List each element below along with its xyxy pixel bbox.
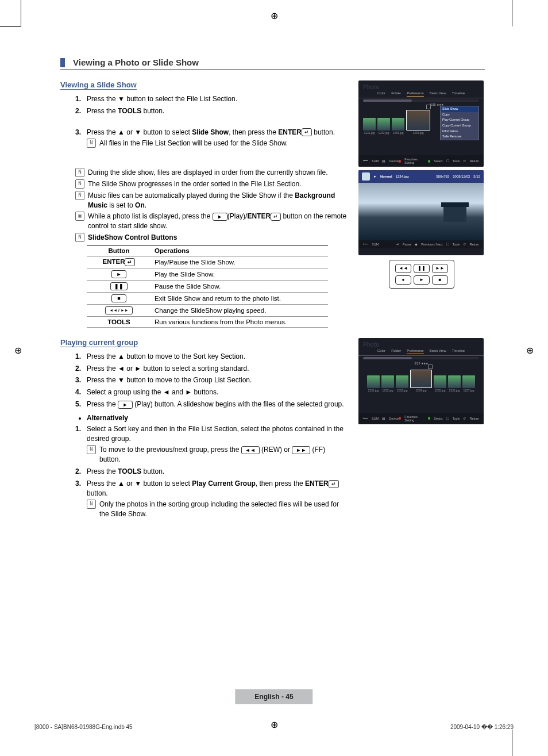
step-1: Press the ▲ button to move to the Sort k…	[87, 352, 347, 362]
slideshow-controls-table: Button Operations ENTER↵ Play/Pause the …	[87, 245, 328, 328]
alternatively-label: Alternatively	[87, 414, 347, 422]
status-label: Normal	[380, 175, 392, 178]
ss-tab: Color	[377, 91, 385, 97]
note-icon: N	[75, 179, 84, 189]
note-icon: N	[87, 500, 96, 509]
ss-title: Photo	[363, 84, 379, 90]
table-row: TOOLS Run various functions from the Pho…	[87, 316, 328, 327]
screenshot-photo-menu: Photo Color Folder Preference Basic View…	[358, 80, 484, 167]
step-2: Press the ◄ or ► button to select a sort…	[87, 364, 347, 374]
play-icon: ►	[111, 270, 126, 278]
stop-button-icon: ■	[432, 275, 448, 285]
table-row: ENTER↵ Play/Pause the Slide Show.	[87, 256, 328, 268]
step-3: Press the ▲ or ▼ button to select Slide …	[87, 128, 347, 149]
note-line: N During the slide show, files are displ…	[75, 168, 347, 178]
page-number: English - 45	[235, 689, 312, 704]
ss-tab: Timeline	[452, 91, 465, 97]
ss-tab: Color	[377, 349, 385, 354]
print-registration-icon: ⊕	[14, 345, 22, 356]
note-line: N Music files can be automatically playe…	[75, 191, 347, 210]
table-row: ■ Exit Slide Show and return to the phot…	[87, 292, 328, 304]
ff-icon: ►►	[292, 446, 310, 454]
rew-ff-icon: ◄◄ / ►►	[105, 306, 133, 314]
crop-mark	[0, 26, 21, 27]
rew-icon: ◄◄	[241, 446, 260, 454]
note-icon: N	[75, 233, 84, 242]
doc-footer-left: [8000 - SA]BN68-01988G-Eng.indb 45	[34, 724, 133, 730]
ss-tab: Basic View	[430, 349, 446, 354]
enter-icon: ↵	[302, 128, 312, 136]
note-icon: N	[87, 445, 96, 454]
step-3: Press the ▼ button to move to the Group …	[87, 375, 347, 385]
step-5: Press the ► (Play) button. A slideshow b…	[87, 400, 347, 409]
alt-step-2: Press the TOOLS button.	[87, 467, 347, 477]
alt-step-3: Press the ▲ or ▼ button to select Play C…	[87, 479, 347, 519]
rec-button-icon: ●	[395, 275, 411, 285]
section-header: Viewing a Photo or Slide Show	[60, 57, 485, 70]
pause-icon: ❚❚	[110, 282, 128, 290]
subsection-title: Viewing a Slide Show	[60, 80, 137, 90]
screenshot-group-view: Photo Color Folder Preference Basic View…	[358, 338, 484, 424]
table-header-operations: Operations	[151, 245, 328, 256]
print-registration-icon: ⊕	[526, 345, 534, 356]
step-1: Press the ▼ button to select the File Li…	[87, 94, 347, 104]
crop-mark	[21, 0, 21, 26]
play-icon: ►	[118, 401, 133, 409]
note-icon: N	[87, 139, 96, 148]
note-icon: N	[75, 168, 84, 177]
crop-mark	[512, 730, 512, 756]
stop-icon: ■	[111, 294, 126, 302]
page-title: Viewing a Photo or Slide Show	[73, 57, 199, 67]
ss-title: Photo	[363, 341, 379, 348]
rew-button-icon: ◄◄	[395, 264, 411, 273]
ss-tab: Timeline	[452, 349, 465, 354]
remote-icon: ▣	[75, 212, 84, 221]
doc-footer-right: 2009-04-10 �� 1:26:29	[450, 724, 514, 730]
play-button-icon: ►	[414, 275, 430, 285]
step-4: Select a group using the ◄ and ► buttons…	[87, 387, 347, 397]
ss-tab: Folder	[391, 91, 401, 97]
screenshot-slideshow-playing: ► Normal 1234.jpg 580x765 2008/12/02 5/1…	[358, 170, 484, 255]
context-menu: Slide Show Copy Play Current Group Copy …	[440, 106, 479, 140]
remote-diagram: ◄◄ ❚❚ ►► ● ► ■	[389, 260, 454, 289]
note-line: N SlideShow Control Buttons	[75, 233, 347, 243]
ff-button-icon: ►►	[432, 264, 448, 273]
ss-tab: Preference	[407, 91, 423, 97]
table-row: ◄◄ / ►► Change the SlideShow playing spe…	[87, 304, 328, 316]
filename-label: 1234.jpg	[396, 175, 433, 178]
table-row: ❚❚ Pause the Slide Show.	[87, 280, 328, 292]
enter-icon: ↵	[125, 258, 135, 266]
ss-tab: Basic View	[430, 91, 446, 97]
table-row: ► Play the Slide Show.	[87, 268, 328, 280]
enter-icon: ↵	[271, 213, 281, 221]
step-2: Press the TOOLS button.	[87, 106, 347, 116]
counter: 5/15	[414, 362, 420, 365]
accent-bar	[60, 58, 65, 67]
note-icon: N	[75, 191, 84, 200]
ss-tab: Folder	[391, 349, 401, 354]
subsection-title: Playing current group	[60, 338, 138, 347]
note-line: N The Slide Show progresses in the order…	[75, 179, 347, 189]
print-registration-icon: ⊕	[271, 10, 278, 21]
note-line: ▣ While a photo list is displayed, press…	[75, 212, 347, 231]
crop-mark	[512, 0, 512, 26]
home-icon	[362, 172, 370, 181]
pause-button-icon: ❚❚	[414, 264, 430, 273]
table-header-button: Button	[87, 245, 151, 256]
ss-tab: Preference	[407, 349, 423, 354]
play-icon: ►	[213, 213, 227, 221]
enter-icon: ↵	[329, 480, 339, 488]
counter: 5/15	[430, 103, 436, 106]
alt-step-1: Select a Sort key and then in the File L…	[87, 424, 347, 465]
